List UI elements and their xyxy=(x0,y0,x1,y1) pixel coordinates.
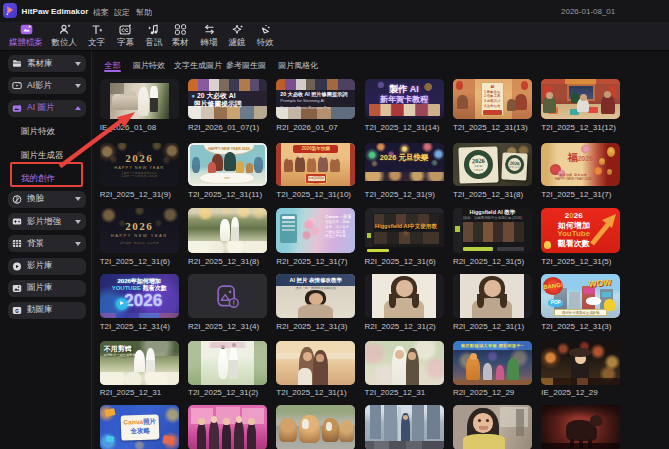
svg-text:G: G xyxy=(15,308,19,313)
